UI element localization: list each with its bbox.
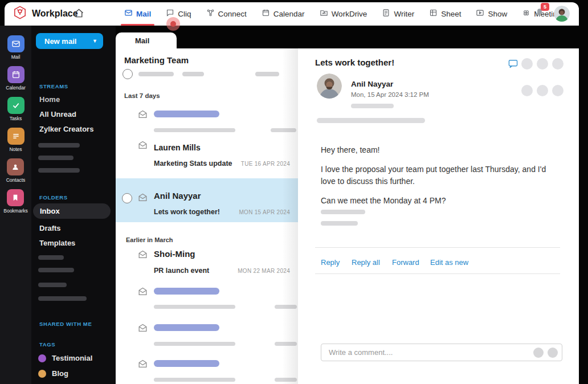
divider: [315, 273, 560, 274]
comment-icon[interactable]: [507, 58, 519, 72]
skeleton-action-circle: [552, 58, 564, 70]
skeleton-date-bar: [275, 378, 297, 382]
comment-box: [321, 344, 562, 361]
notes-app-icon: [7, 128, 24, 145]
skeleton-bar: [154, 342, 235, 346]
calendar-icon: [262, 9, 270, 19]
topbar: Workplace Mail: [5, 2, 579, 26]
tag-dot-purple: [38, 354, 46, 362]
open-envelope-icon: [137, 109, 148, 122]
rail-item-bookmarks[interactable]: Bookmarks: [3, 189, 28, 214]
tab-mail[interactable]: Mail: [116, 32, 177, 48]
mail-icon: [124, 9, 133, 19]
select-all-checkbox[interactable]: [122, 69, 133, 79]
skeleton-subject-bar: [154, 111, 219, 117]
topbar-right: 5: [534, 2, 570, 25]
bookmarks-app-icon: [7, 189, 24, 206]
mail-subject: PR launch event: [154, 267, 209, 275]
new-mail-button[interactable]: New mail ▼: [36, 33, 103, 49]
app-rail: Mail Calendar Tasks Not: [0, 26, 31, 384]
nav-show[interactable]: Show: [476, 9, 507, 19]
skeleton-bar: [38, 156, 74, 160]
rail-item-notes[interactable]: Notes: [7, 128, 24, 152]
tags-header: TAGS: [39, 341, 55, 348]
rail-item-mail[interactable]: Mail: [7, 35, 24, 60]
body-paragraph: I love the proposal your team put togeth…: [321, 164, 556, 187]
tag-testimonial[interactable]: Testimonial: [38, 354, 92, 362]
open-envelope-icon: [137, 192, 148, 205]
mail-date: MON 22 MAR 2024: [238, 268, 290, 274]
skeleton-bar: [351, 104, 394, 108]
group-label-earlier: Earlier in March: [126, 236, 173, 243]
click-pulse-indicator: [166, 17, 180, 31]
nav-writer[interactable]: Writer: [382, 9, 414, 19]
meeting-icon: [522, 9, 530, 19]
mail-subject: Lets work together!: [154, 208, 220, 216]
presentation-icon: [476, 9, 484, 19]
notifications-button[interactable]: 5: [534, 7, 545, 20]
mail-subject: Marketing Stats update: [154, 160, 232, 168]
sent-datetime: Mon, 15 Apr 2024 3:12 PM: [351, 91, 429, 98]
skeleton-comment-icon: [533, 348, 544, 358]
skeleton-signature-bar: [321, 210, 365, 214]
sidebar-item-templates[interactable]: Templates: [39, 239, 75, 247]
skeleton-bar: [38, 255, 64, 260]
reading-pane: Lets work together! Anil Nayyar Mon, 15 …: [298, 48, 579, 384]
edit-as-new-button[interactable]: Edit as new: [430, 258, 468, 267]
forward-button[interactable]: Forward: [392, 258, 419, 267]
sender-name: Anil Nayyar: [351, 80, 393, 88]
comment-input[interactable]: [321, 348, 533, 357]
open-envelope-icon: [137, 249, 148, 262]
mail-date: TUE 16 APR 2024: [241, 161, 290, 167]
mail-list-pane: Marketing Team Last 7 days Lauren Mills …: [116, 48, 298, 384]
network-icon: [206, 9, 215, 19]
tag-dot-orange: [38, 370, 46, 378]
reply-all-button[interactable]: Reply all: [352, 258, 380, 267]
brand: Workplace: [13, 2, 78, 25]
nav-sheet[interactable]: Sheet: [429, 9, 461, 19]
skeleton-bar: [38, 296, 87, 301]
mail-app-icon: [7, 35, 24, 52]
contacts-app-icon: [7, 158, 24, 175]
skeleton-bar: [38, 283, 67, 287]
workplace-logo-icon: [13, 5, 27, 22]
skeleton-date-bar: [275, 342, 297, 346]
skeleton-action-circle: [521, 58, 533, 70]
skeleton-bar: [182, 72, 204, 76]
sender-name: Shoi-Ming: [154, 249, 195, 259]
sidebar-item-all-unread[interactable]: All Unread: [39, 110, 76, 119]
rail-item-contacts[interactable]: Contacts: [6, 158, 26, 183]
tag-blog[interactable]: Blog: [38, 369, 68, 378]
skeleton-date-bar: [271, 128, 296, 132]
rail-item-calendar[interactable]: Calendar: [6, 66, 26, 91]
user-avatar[interactable]: [554, 6, 570, 22]
nav-mail[interactable]: Mail: [124, 9, 151, 19]
home-icon[interactable]: [73, 7, 85, 22]
mail-checkbox[interactable]: [122, 193, 132, 203]
skeleton-bar: [154, 128, 235, 132]
rail-item-tasks[interactable]: Tasks: [7, 97, 24, 121]
sender-name: Anil Nayyar: [154, 191, 201, 201]
nav-workdrive[interactable]: WorkDrive: [320, 9, 368, 19]
workdrive-icon: [320, 9, 328, 19]
notification-badge: 5: [541, 3, 549, 11]
mail-list-item-selected[interactable]: Anil Nayyar Lets work together! MON 15 A…: [116, 178, 298, 222]
brand-name: Workplace: [32, 9, 78, 19]
skeleton-action-circle: [552, 85, 564, 96]
mail-date: MON 15 APR 2024: [239, 209, 290, 215]
sidebar-item-inbox[interactable]: Inbox: [33, 203, 111, 219]
group-label-recent: Last 7 days: [124, 92, 160, 99]
skeleton-action-circle: [537, 58, 548, 70]
reply-button[interactable]: Reply: [321, 258, 340, 267]
sidebar-item-home[interactable]: Home: [39, 95, 60, 104]
nav-calendar[interactable]: Calendar: [262, 9, 305, 19]
message-subject: Lets work together!: [315, 58, 394, 67]
sidebar-item-zylker-creators[interactable]: Zylker Creators: [39, 125, 93, 133]
chevron-down-icon[interactable]: ▼: [92, 38, 103, 44]
nav-connect[interactable]: Connect: [206, 9, 247, 19]
sender-avatar: [317, 73, 342, 99]
skeleton-signature-bar: [321, 221, 358, 226]
skeleton-subject-bar: [154, 288, 219, 295]
sender-name: Lauren Mills: [154, 143, 201, 152]
sidebar-item-drafts[interactable]: Drafts: [39, 224, 61, 232]
